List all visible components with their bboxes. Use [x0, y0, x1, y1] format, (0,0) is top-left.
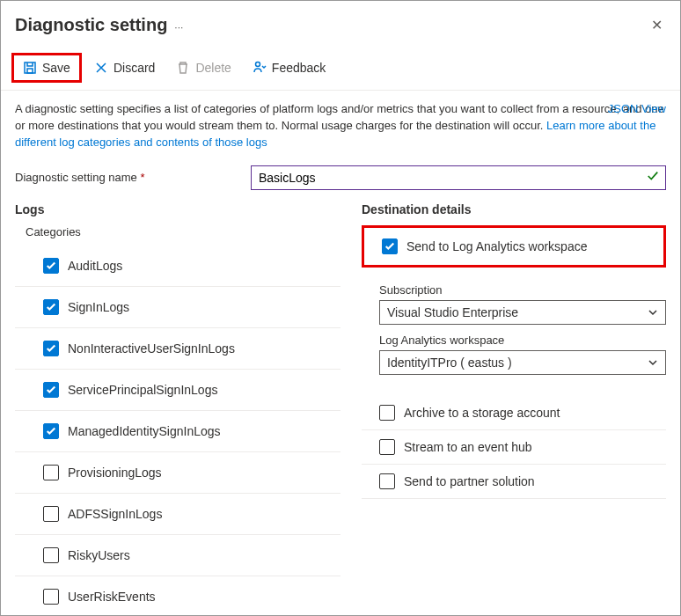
log-label: ManagedIdentitySignInLogs — [68, 424, 221, 438]
law-label: Send to Log Analytics workspace — [406, 239, 587, 253]
page-title: Diagnostic setting — [15, 15, 167, 35]
toolbar: Save Discard Delete Feedback — [1, 48, 680, 91]
destination-law-row: Send to Log Analytics workspace — [362, 225, 666, 268]
log-label: ServicePrincipalSignInLogs — [68, 383, 217, 397]
log-checkbox[interactable] — [43, 299, 59, 315]
logs-title: Logs — [15, 202, 340, 216]
log-checkbox[interactable] — [43, 382, 59, 398]
log-item: RiskyUsers — [15, 535, 340, 576]
law-subfields: Subscription Visual Studio Enterprise Lo… — [362, 273, 666, 380]
discard-icon — [94, 61, 108, 75]
log-checkbox[interactable] — [43, 258, 59, 274]
name-input-wrap — [251, 165, 666, 190]
destination-title: Destination details — [362, 202, 666, 216]
discard-button[interactable]: Discard — [85, 55, 164, 80]
log-label: ProvisioningLogs — [68, 466, 162, 480]
name-label: Diagnostic setting name * — [15, 171, 226, 184]
eventhub-checkbox[interactable] — [379, 439, 395, 455]
categories-title: Categories — [26, 225, 340, 238]
log-item: NonInteractiveUserSignInLogs — [15, 328, 340, 370]
log-item: SignInLogs — [15, 287, 340, 328]
logs-column: Logs Categories AuditLogsSignInLogsNonIn… — [15, 202, 340, 616]
save-button[interactable]: Save — [14, 55, 79, 80]
log-label: NonInteractiveUserSignInLogs — [68, 341, 235, 356]
feedback-label: Feedback — [272, 61, 326, 75]
log-checkbox[interactable] — [43, 341, 59, 356]
subscription-value: Visual Studio Enterprise — [387, 305, 518, 319]
destination-column: Destination details Send to Log Analytic… — [362, 202, 666, 616]
log-checkbox[interactable] — [43, 589, 59, 605]
panel-header: Diagnostic setting ··· ✕ — [1, 1, 680, 48]
destination-eventhub-row: Stream to an event hub — [362, 430, 666, 465]
law-checkbox[interactable] — [382, 238, 398, 254]
log-checkbox[interactable] — [43, 506, 59, 522]
partner-checkbox[interactable] — [379, 473, 395, 489]
feedback-button[interactable]: Feedback — [244, 55, 334, 80]
log-checkbox[interactable] — [43, 547, 59, 563]
delete-button: Delete — [167, 55, 239, 80]
workspace-value: IdentityITPro ( eastus ) — [387, 356, 512, 370]
save-highlight: Save — [11, 53, 82, 83]
subscription-label: Subscription — [379, 283, 666, 297]
log-label: SignInLogs — [68, 300, 129, 314]
storage-checkbox[interactable] — [379, 405, 395, 421]
name-row: Diagnostic setting name * — [1, 158, 680, 194]
storage-label: Archive to a storage account — [404, 406, 560, 420]
destination-partner-row: Send to partner solution — [362, 465, 666, 499]
name-input[interactable] — [251, 165, 666, 190]
required-asterisk: * — [140, 171, 144, 184]
log-item: AuditLogs — [15, 246, 340, 287]
log-checkbox[interactable] — [43, 465, 59, 480]
delete-label: Delete — [195, 61, 231, 75]
workspace-select[interactable]: IdentityITPro ( eastus ) — [379, 350, 666, 375]
partner-label: Send to partner solution — [404, 474, 535, 488]
log-label: AuditLogs — [68, 259, 122, 273]
valid-check-icon — [647, 170, 659, 185]
chevron-down-icon — [648, 307, 658, 318]
more-icon[interactable]: ··· — [174, 21, 183, 33]
svg-rect-0 — [25, 62, 35, 73]
destination-storage-row: Archive to a storage account — [362, 396, 666, 430]
delete-icon — [176, 61, 190, 75]
chevron-down-icon — [648, 357, 658, 368]
log-item: UserRiskEvents — [15, 576, 340, 616]
log-item: ManagedIdentitySignInLogs — [15, 411, 340, 452]
log-list: AuditLogsSignInLogsNonInteractiveUserSig… — [15, 246, 340, 616]
feedback-icon — [253, 61, 267, 75]
log-label: RiskyUsers — [68, 548, 130, 562]
json-view-link[interactable]: JSON View — [608, 101, 666, 118]
body-columns: Logs Categories AuditLogsSignInLogsNonIn… — [1, 194, 680, 616]
log-label: UserRiskEvents — [68, 590, 156, 604]
close-icon[interactable]: ✕ — [648, 13, 666, 37]
log-label: ADFSSignInLogs — [68, 507, 162, 521]
svg-rect-1 — [27, 69, 33, 73]
save-label: Save — [42, 61, 70, 75]
description-block: A diagnostic setting specifies a list of… — [1, 91, 680, 158]
log-item: ServicePrincipalSignInLogs — [15, 370, 340, 411]
subscription-select[interactable]: Visual Studio Enterprise — [379, 300, 666, 325]
workspace-label: Log Analytics workspace — [379, 334, 666, 347]
svg-point-2 — [255, 62, 260, 67]
eventhub-label: Stream to an event hub — [404, 440, 532, 454]
save-icon — [23, 61, 37, 75]
log-item: ProvisioningLogs — [15, 452, 340, 494]
discard-label: Discard — [114, 61, 155, 75]
log-item: ADFSSignInLogs — [15, 494, 340, 535]
log-checkbox[interactable] — [43, 423, 59, 439]
